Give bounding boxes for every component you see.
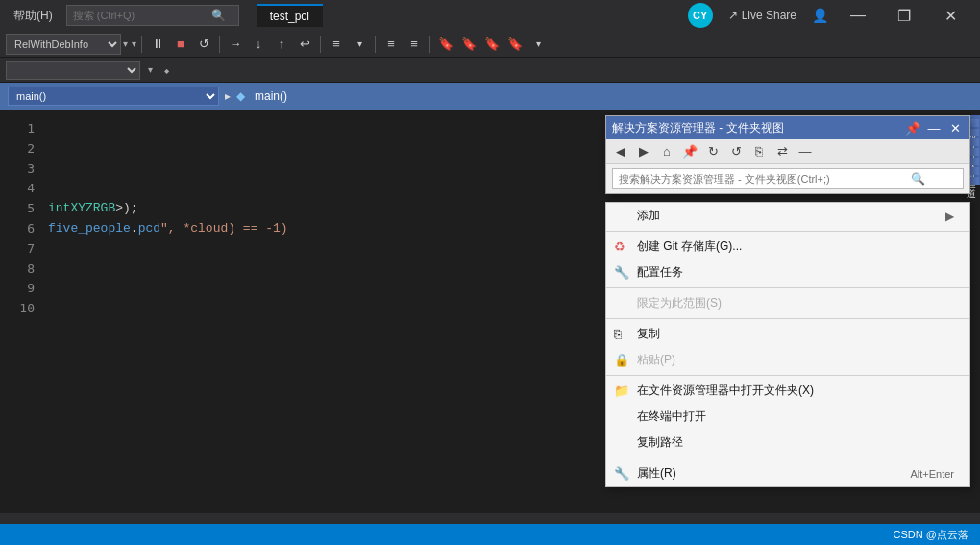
secondary-config-select[interactable] [6,61,140,80]
wrench-icon: 🔧 [614,265,629,280]
solution-title-text: 解决方案资源管理器 - 文件夹视图 [612,120,900,136]
context-menu-item-open-terminal[interactable]: 在终端中打开 [606,404,969,430]
menu-help[interactable]: 帮助(H) [8,4,59,28]
secondary-separator-icon: ⬥ [163,63,170,77]
bookmark3-button[interactable]: 🔖 [481,34,502,55]
collab-icon[interactable]: 👤 [812,8,828,23]
step-forward-button[interactable]: → [225,34,246,55]
solution-toolbar: ◀ ▶ ⌂ 📌 ↻ ↺ ⎘ ⇄ — [606,139,969,164]
restore-button[interactable]: ❐ [882,0,926,31]
sol-sync-button[interactable]: ⇄ [772,142,793,161]
search-box[interactable]: 🔍 [66,5,239,26]
context-menu: 添加 ▶ ♻ 创建 Git 存储库(G)... 🔧 配置任务 限定为此范围(S)… [605,202,970,487]
copy-label: 复制 [637,326,660,342]
context-menu-item-configure-tasks[interactable]: 🔧 配置任务 [606,260,969,285]
sol-home-button[interactable]: ⌂ [656,142,677,161]
solution-titlebar: 解决方案资源管理器 - 文件夹视图 📌 — ✕ [606,116,969,139]
toolbar-separator-3 [320,36,321,53]
search-input[interactable] [73,10,208,21]
bookmark-button[interactable]: 🔖 [435,34,456,55]
paste-label: 粘贴(P) [637,352,675,368]
title-bar: 帮助(H) 🔍 test_pcl CY ↗ Live Share 👤 — ❐ ✕ [0,0,980,31]
active-tab[interactable]: test_pcl [257,4,323,27]
add-label: 添加 [637,208,660,224]
status-bar: CSDN @点云落 [0,524,980,545]
context-menu-item-copy-path[interactable]: 复制路径 [606,430,969,456]
nav-dropdown[interactable]: main() [8,87,219,106]
terminal-label: 在终端中打开 [637,409,706,425]
format-dropdown-button[interactable]: ▾ [349,34,370,55]
solution-pin-button[interactable]: 📌 [904,119,921,136]
indent2-button[interactable]: ≡ [404,34,425,55]
context-menu-item-add[interactable]: 添加 ▶ [606,203,969,229]
bookmark4-button[interactable]: 🔖 [504,34,526,55]
func-label: main() [255,89,287,103]
context-menu-separator-4 [606,375,969,376]
tab-bar: test_pcl [257,4,680,27]
secondary-dropdown-btn[interactable]: ▾ [140,61,159,80]
solution-minimize-button[interactable]: — [925,119,943,136]
stop-button[interactable]: ■ [170,34,191,55]
create-git-label: 创建 Git 存储库(G)... [637,238,742,255]
bookmark2-button[interactable]: 🔖 [458,34,479,55]
pause-button[interactable]: ⏸ [147,34,168,55]
solution-search-box[interactable]: 🔍 [612,168,964,189]
context-menu-separator-5 [606,458,969,458]
sol-collapse-button[interactable]: — [795,142,816,161]
solution-search-input[interactable] [619,173,907,185]
step-down-button[interactable]: ↓ [248,34,269,55]
config-dropdown-icon: ▾ [123,38,128,49]
share-icon: ↗ [728,9,738,22]
line-numbers: 12345 678910 [0,110,42,319]
secondary-toolbar: ▾ ⬥ [0,58,980,83]
toolbar-separator-4 [375,36,376,53]
sol-copy-button[interactable]: ⎘ [748,142,770,161]
toolbar-separator-5 [429,36,430,53]
properties-shortcut: Alt+Enter [910,468,954,480]
git-icon: ♻ [614,239,625,254]
properties-icon: 🔧 [614,466,629,481]
minimize-button[interactable]: — [836,0,880,31]
search-icon: 🔍 [211,9,226,22]
sol-back-button[interactable]: ◀ [610,142,631,161]
solution-search-icon: 🔍 [911,172,925,186]
restart-button[interactable]: ↺ [193,34,214,55]
copy-icon: ⎘ [614,327,622,341]
window-controls: — ❐ ✕ [836,0,972,31]
arrow-icon: ▾ [132,38,136,49]
context-menu-item-open-explorer[interactable]: 📁 在文件资源管理器中打开文件夹(X) [606,378,969,404]
sol-refresh2-button[interactable]: ↺ [725,142,747,161]
context-menu-separator-2 [606,287,969,288]
bookmark-dropdown-button[interactable]: ▾ [527,34,549,55]
config-select[interactable]: RelWithDebInfo [6,34,121,55]
toolbar-separator-2 [219,36,220,53]
sol-forward-button[interactable]: ▶ [633,142,654,161]
format-button[interactable]: ≡ [326,34,347,55]
context-menu-separator-3 [606,318,969,319]
status-text: CSDN @点云落 [894,528,968,542]
context-menu-item-copy[interactable]: ⎘ 复制 [606,321,969,347]
context-menu-item-limit-scope[interactable]: 限定为此范围(S) [606,290,969,316]
solution-close-button[interactable]: ✕ [946,119,964,136]
folder-icon: 📁 [614,384,629,398]
close-button[interactable]: ✕ [928,0,972,31]
sol-pin-button[interactable]: 📌 [679,142,700,161]
context-menu-item-create-git[interactable]: ♻ 创建 Git 存储库(G)... [606,234,969,260]
live-share-button[interactable]: ↗ Live Share [721,5,804,26]
limit-scope-label: 限定为此范围(S) [637,295,722,311]
func-icon: ◆ [236,89,245,103]
avatar: CY [688,3,713,28]
properties-label: 属性(R) [637,465,676,482]
configure-tasks-label: 配置任务 [637,264,683,281]
context-menu-item-properties[interactable]: 🔧 属性(R) Alt+Enter [606,460,969,486]
open-explorer-label: 在文件资源管理器中打开文件夹(X) [637,383,814,399]
step-up-button[interactable]: ↑ [271,34,292,55]
context-menu-item-paste[interactable]: 🔒 粘贴(P) [606,347,969,373]
submenu-arrow-icon: ▶ [945,210,954,223]
main-toolbar: RelWithDebInfo ▾ ▾ ⏸ ■ ↺ → ↓ ↑ ↩ ≡ ▾ ≡ ≡… [0,31,980,58]
step-back-button[interactable]: ↩ [294,34,315,55]
live-share-label: Live Share [742,9,796,22]
indent-button[interactable]: ≡ [380,34,402,55]
sol-refresh1-button[interactable]: ↻ [702,142,723,161]
paste-icon: 🔒 [614,353,629,367]
